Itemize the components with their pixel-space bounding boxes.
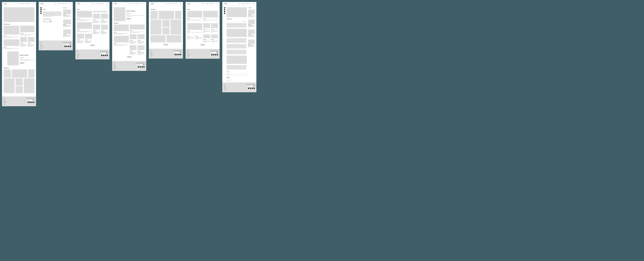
spotlight-image xyxy=(114,7,125,21)
post-image[interactable] xyxy=(28,37,34,42)
post-desc: Article description – This will give a s… xyxy=(4,37,19,38)
designer-name: Designer name xyxy=(20,57,34,58)
spotlight-desc: Article description – This will give a s… xyxy=(20,59,34,61)
logo[interactable]: Logo xyxy=(40,3,44,4)
submit-button[interactable]: → xyxy=(50,21,52,22)
recent-posts-heading: Recent Posts xyxy=(4,24,34,25)
twitter-icon[interactable]: t xyxy=(33,102,34,103)
nav-collections[interactable]: Collections xyxy=(26,3,28,4)
collection-image[interactable] xyxy=(24,78,34,93)
page-home: Logo About Learn Designers Collections E… xyxy=(2,2,36,106)
load-more-button[interactable]: Load more xyxy=(164,44,168,45)
facebook-icon[interactable]: f xyxy=(28,102,29,103)
signup-label: Sign up to the Influence magazine xyxy=(26,98,34,99)
footer-designers[interactable]: Designers xyxy=(4,101,6,102)
more-articles-heading: More Articles xyxy=(63,7,71,8)
about-body: Lorem ipsum dolor sit amet, consectetur … xyxy=(43,11,62,17)
load-more-button[interactable]: Load more xyxy=(127,56,132,58)
header: Logo About Learn Designers Collections E… xyxy=(2,2,36,5)
read-more-button[interactable]: Read more xyxy=(20,62,24,64)
pinterest-icon[interactable]: p xyxy=(31,102,32,103)
load-more-button[interactable]: Load more xyxy=(200,44,205,45)
post-desc: Article description – This will give a s… xyxy=(20,34,34,36)
nav: About Learn Designers Collections Events… xyxy=(18,3,34,4)
page-designers: Logo About Learn Designers Collections E… xyxy=(112,2,146,71)
spotlight-heading: Designer Spotlight xyxy=(20,55,34,56)
post-title[interactable]: Article Title xyxy=(4,47,19,47)
post-image[interactable] xyxy=(20,37,27,42)
post-title[interactable]: Article Title xyxy=(20,33,34,34)
read-more-button[interactable]: Read more xyxy=(126,18,131,19)
search-icon: ⌕ xyxy=(69,3,69,4)
learn-heading: Learn xyxy=(77,9,108,10)
pinterest-icon[interactable]: p xyxy=(224,11,225,12)
page-article: Logo About Learn Designers Collections E… xyxy=(222,2,256,92)
logo[interactable]: Logo xyxy=(4,3,7,4)
collection-image[interactable] xyxy=(12,69,27,78)
collection-image[interactable] xyxy=(16,86,23,93)
more-articles-heading: More Articles xyxy=(248,7,255,8)
nav-events[interactable]: Events xyxy=(29,3,30,4)
about-heading: About xyxy=(43,9,62,10)
author: Author xyxy=(226,21,228,22)
twitter-icon[interactable]: t xyxy=(40,13,42,14)
footer-collections[interactable]: Collections xyxy=(4,102,6,103)
commenter: Sample commenter name xyxy=(228,80,233,81)
twitter-icon[interactable]: t xyxy=(224,13,225,14)
collection-image[interactable] xyxy=(28,69,34,78)
post-image[interactable] xyxy=(4,26,19,34)
designers-heading: Designers xyxy=(114,22,144,23)
collections-heading: Collections xyxy=(150,9,181,10)
nav-about[interactable]: About xyxy=(18,3,20,4)
collection-image[interactable] xyxy=(16,78,23,85)
search-icon: ⌕ xyxy=(32,3,32,4)
instagram-icon[interactable]: ◎ xyxy=(30,102,31,103)
spotlight-heading: Designer Spotlight xyxy=(126,10,144,11)
signup-label: Sign up to the Influence magazine xyxy=(43,19,62,19)
footer: About Learn Designers Collections Events… xyxy=(2,96,36,106)
date-published: Date article published xyxy=(242,21,247,22)
avatar xyxy=(226,80,228,81)
page-events: Logo About Learn Designers Collections E… xyxy=(186,2,220,59)
page-about: Logo About Learn Designers Collections E… xyxy=(39,2,73,50)
comments-heading: Comments xyxy=(226,71,247,72)
page-learn: Logo About Learn Designers Collections E… xyxy=(76,2,110,59)
instagram-icon[interactable]: ◎ xyxy=(40,9,42,10)
instagram-icon[interactable]: ◎ xyxy=(224,9,225,10)
post-title[interactable]: Article Title xyxy=(4,35,19,36)
post-desc: Article description – This will give a s… xyxy=(4,48,19,49)
post-image[interactable] xyxy=(4,39,19,46)
email-input[interactable] xyxy=(43,21,50,22)
side-socials: f ◎ p t xyxy=(40,7,42,39)
comment-input[interactable]: Add a comment xyxy=(226,73,247,75)
post-button[interactable]: Post xyxy=(226,77,230,78)
events-heading: Events xyxy=(187,9,218,10)
article-title: Article title xyxy=(226,18,247,19)
collection-image[interactable] xyxy=(4,78,14,93)
search[interactable]: ⌕Search xyxy=(32,3,34,4)
facebook-icon[interactable]: f xyxy=(40,7,42,8)
footer-about[interactable]: About xyxy=(4,98,6,99)
hero-image xyxy=(4,7,34,22)
article-hero xyxy=(226,7,247,17)
collections-heading: Collections xyxy=(4,67,34,68)
article-body: Lorem ipsum dolor sit amet, consectetur … xyxy=(226,23,247,27)
facebook-icon[interactable]: f xyxy=(224,7,225,8)
pinterest-icon[interactable]: p xyxy=(40,11,42,12)
footer-events[interactable]: Events xyxy=(4,104,6,105)
page-collections: Logo About Learn Designers Collections E… xyxy=(149,2,183,58)
post-image[interactable] xyxy=(20,26,34,32)
nav-learn[interactable]: Learn xyxy=(20,3,22,4)
load-more-button[interactable]: Load more xyxy=(90,44,95,46)
footer-learn[interactable]: Learn xyxy=(4,99,6,100)
submit-button[interactable]: → xyxy=(33,99,34,101)
nav-designers[interactable]: Designers xyxy=(22,3,25,4)
spotlight-image xyxy=(7,51,19,65)
email-input[interactable] xyxy=(26,99,33,101)
collection-image[interactable] xyxy=(4,69,11,78)
header: Logo About Learn Designers Collections E… xyxy=(39,2,73,5)
